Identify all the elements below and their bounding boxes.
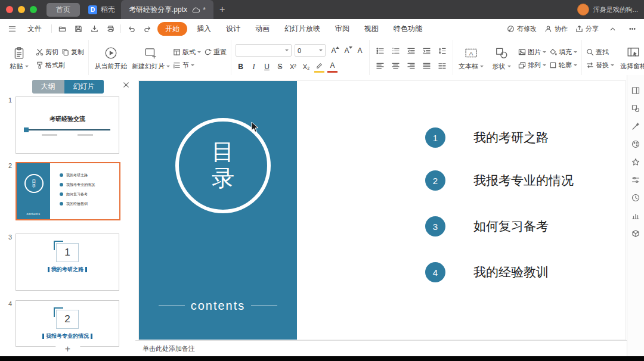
settings-sliders-icon[interactable] xyxy=(631,175,640,184)
open-folder-icon[interactable] xyxy=(56,23,68,35)
zoom-window-button[interactable] xyxy=(30,6,37,13)
layout-button[interactable]: 版式 xyxy=(173,48,201,57)
superscript-button[interactable]: X² xyxy=(288,62,298,72)
menu-insert[interactable]: 插入 xyxy=(191,22,216,36)
increase-font-button[interactable]: A xyxy=(329,45,339,55)
indent-decrease-button[interactable] xyxy=(405,46,417,57)
bold-button[interactable]: B xyxy=(236,62,246,72)
tab-docer[interactable]: D 稻壳 xyxy=(82,0,121,19)
menu-design[interactable]: 设计 xyxy=(221,22,246,36)
menu-review[interactable]: 审阅 xyxy=(330,22,355,36)
tab-outline[interactable]: 大纲 xyxy=(32,80,64,94)
copy-button[interactable]: 复制 xyxy=(61,48,84,57)
user-avatar[interactable] xyxy=(577,4,589,15)
collaborate-button[interactable]: 协作 xyxy=(544,24,568,33)
share-button[interactable]: 分享 xyxy=(575,24,599,33)
toc-item-3[interactable]: 3 如何复习备考 xyxy=(425,216,549,236)
shapes-tool-icon[interactable] xyxy=(631,104,640,113)
minimize-window-button[interactable] xyxy=(18,6,25,13)
menu-special-features[interactable]: 特色功能 xyxy=(388,22,428,36)
slide-thumbnail-4[interactable]: 2 我报考专业的情况 xyxy=(16,300,119,347)
play-from-current-button[interactable]: 从当前开始 xyxy=(93,46,129,71)
find-button[interactable]: 查找 xyxy=(586,48,609,57)
subscript-button[interactable]: X₂ xyxy=(301,62,311,72)
bullet-list-button[interactable] xyxy=(374,46,386,57)
changes-status[interactable]: 有修改 xyxy=(507,24,537,33)
slide-thumbnail-2-selected[interactable]: 目录 contents 我的考研之路 我报考专业的情况 如何复习备考 我的经验教… xyxy=(16,162,120,220)
paste-button[interactable]: 粘贴 xyxy=(5,46,33,71)
numbered-list-button[interactable] xyxy=(389,46,402,57)
new-slide-button[interactable]: 新建幻灯片 xyxy=(132,46,170,71)
selection-pane-button[interactable]: 选择窗格 xyxy=(617,46,644,71)
slide-thumbnail-3[interactable]: 1 我的考研之路 xyxy=(16,234,119,291)
columns-icon xyxy=(438,62,446,70)
text-columns-button[interactable] xyxy=(436,61,448,71)
underline-button[interactable]: U xyxy=(262,62,272,72)
current-slide[interactable]: 目 录 contents 1 我的考研之路 2 我报考专业的情况 3 如何复习备… xyxy=(139,81,626,340)
save-icon[interactable] xyxy=(72,23,84,35)
toc-item-2[interactable]: 2 我报考专业的情况 xyxy=(425,170,574,191)
export-icon[interactable] xyxy=(88,23,100,35)
global-menu-icon[interactable] xyxy=(6,23,18,35)
menu-animation[interactable]: 动画 xyxy=(250,22,275,36)
strikethrough-button[interactable]: S xyxy=(275,62,285,72)
notes-input[interactable]: 单击此处添加备注 xyxy=(135,340,627,356)
slide-thumbnail-1[interactable]: 考研经验交流 xyxy=(16,97,119,154)
justify-button[interactable] xyxy=(420,61,433,71)
cube-icon[interactable] xyxy=(631,229,640,238)
section-button[interactable]: 节 xyxy=(173,61,194,70)
tab-document[interactable]: 考研经验分享.pptx * xyxy=(121,0,213,19)
contents-caption[interactable]: contents xyxy=(139,299,297,313)
close-window-button[interactable] xyxy=(6,6,13,13)
slide-number: 1 xyxy=(4,97,12,154)
align-center-button[interactable] xyxy=(389,61,402,71)
chart-icon[interactable] xyxy=(631,211,640,220)
format-painter-button[interactable]: 格式刷 xyxy=(36,61,65,70)
arrange-button[interactable]: 排列 xyxy=(518,61,546,70)
picture-button[interactable]: 图片 xyxy=(518,48,546,57)
indent-increase-button[interactable] xyxy=(420,46,433,57)
properties-panel-icon[interactable] xyxy=(631,86,640,95)
reset-button[interactable]: 重置 xyxy=(204,48,227,57)
fill-button[interactable]: 填充 xyxy=(549,48,577,57)
menu-view[interactable]: 视图 xyxy=(359,22,384,36)
menu-file[interactable]: 文件 xyxy=(22,22,47,36)
collapse-ribbon-button[interactable] xyxy=(606,23,618,35)
align-right-button[interactable] xyxy=(405,61,417,71)
more-options-button[interactable] xyxy=(626,23,638,35)
slide-side-panel-shape[interactable]: 目 录 contents xyxy=(139,81,297,340)
tab-home[interactable]: 首页 xyxy=(47,3,80,17)
palette-icon[interactable] xyxy=(631,139,640,148)
cut-label: 剪切 xyxy=(45,48,58,57)
redo-icon[interactable] xyxy=(141,23,153,35)
replace-button[interactable]: 替换 xyxy=(586,61,614,70)
paste-label: 粘贴 xyxy=(10,62,23,71)
history-clock-icon[interactable] xyxy=(631,193,640,202)
new-tab-button[interactable]: + xyxy=(219,4,225,15)
highlight-color-button[interactable] xyxy=(314,61,324,73)
close-panel-button[interactable] xyxy=(122,80,130,89)
decrease-font-button[interactable]: A xyxy=(342,45,352,55)
cut-button[interactable]: 剪切 xyxy=(36,48,58,57)
font-color-button[interactable]: A xyxy=(327,61,338,73)
toc-item-4[interactable]: 4 我的经验教训 xyxy=(425,262,549,282)
line-spacing-button[interactable] xyxy=(436,46,448,57)
textbox-button[interactable]: A 文本框 xyxy=(457,46,485,71)
wand-icon[interactable] xyxy=(631,122,640,130)
toc-item-number: 4 xyxy=(425,262,445,282)
align-left-button[interactable] xyxy=(374,61,386,71)
clear-format-button[interactable]: A xyxy=(355,45,365,55)
undo-icon[interactable] xyxy=(125,23,137,35)
font-size-combobox[interactable]: 0 xyxy=(295,44,326,57)
font-name-combobox[interactable] xyxy=(236,44,292,57)
outline-button[interactable]: 轮廓 xyxy=(549,61,577,70)
animation-star-icon[interactable] xyxy=(631,157,640,166)
toc-item-1[interactable]: 1 我的考研之路 xyxy=(425,127,549,148)
tab-slides[interactable]: 幻灯片 xyxy=(64,80,104,94)
menu-slideshow[interactable]: 幻灯片放映 xyxy=(279,22,326,36)
add-slide-button[interactable]: + xyxy=(55,344,80,354)
menu-start[interactable]: 开始 xyxy=(157,22,187,36)
italic-button[interactable]: I xyxy=(249,62,259,72)
print-icon[interactable] xyxy=(104,23,116,35)
shapes-button[interactable]: 形状 xyxy=(488,46,515,71)
